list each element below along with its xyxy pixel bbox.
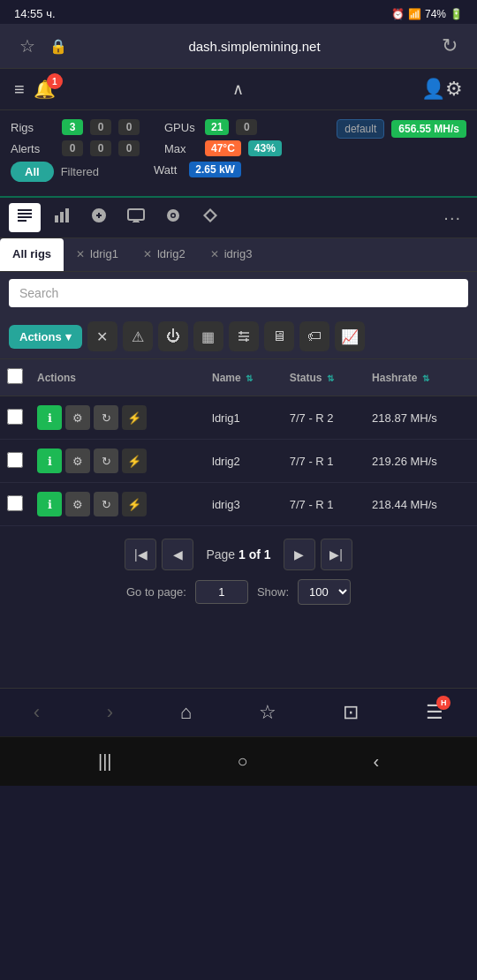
default-badge: default — [337, 119, 384, 139]
row-power-btn-2[interactable]: ⚡ — [122, 492, 147, 516]
status-bar: 14:55 ч. ⏰ 📶 74% 🔋 — [0, 0, 477, 24]
alerts-dark2-badge: 0 — [90, 140, 111, 156]
android-recent-button[interactable]: ||| — [95, 748, 116, 775]
row-info-btn-1[interactable]: ℹ — [37, 449, 62, 473]
bookmark-button[interactable]: ☆ — [248, 697, 287, 727]
close-ldrig1-icon[interactable]: ✕ — [76, 248, 85, 260]
refresh-button[interactable]: ↻ — [436, 33, 463, 59]
row-name-2: idrig3 — [205, 483, 283, 526]
action-chart-button[interactable]: 📈 — [335, 321, 365, 351]
tab-chart-view[interactable] — [46, 203, 78, 232]
android-home-button[interactable]: ○ — [233, 748, 251, 775]
browser-bar: ☆ 🔒 dash.simplemining.net ↻ — [0, 24, 477, 69]
first-page-button[interactable]: |◀ — [125, 539, 156, 570]
android-back-button[interactable]: ‹ — [369, 748, 382, 775]
chevron-up-icon[interactable]: ∧ — [232, 80, 244, 98]
forward-button[interactable]: › — [96, 697, 124, 727]
favorite-icon[interactable]: ☆ — [14, 34, 41, 58]
all-button[interactable]: All — [11, 162, 54, 182]
row-info-btn-2[interactable]: ℹ — [37, 492, 62, 516]
battery-text: 74% — [425, 8, 446, 20]
prev-page-button[interactable]: ◀ — [162, 539, 193, 570]
header-hashrate[interactable]: Hashrate ⇅ — [365, 359, 477, 396]
watt-label: Watt — [154, 163, 177, 177]
menu-button[interactable]: ☰ H — [415, 697, 454, 727]
row-settings-btn-2[interactable]: ⚙ — [65, 492, 90, 516]
row-settings-btn-1[interactable]: ⚙ — [65, 449, 90, 473]
filtered-button[interactable]: Filtered — [61, 165, 99, 178]
stats-panel: Rigs 3 0 0 Alerts 0 0 0 All Filtered GPU… — [0, 110, 477, 198]
tab-add-view[interactable] — [83, 203, 115, 232]
row-actions-cell: ℹ ⚙ ↻ ⚡ — [30, 440, 205, 483]
tab-tag-view[interactable] — [194, 203, 226, 232]
page-text: Page 1 of 1 — [199, 547, 277, 562]
action-power-button[interactable]: ⏻ — [158, 321, 188, 351]
row-status-2: 7/7 - R 1 — [283, 483, 365, 526]
menu-icon[interactable]: ≡ — [14, 79, 25, 100]
action-clear-button[interactable]: ✕ — [87, 321, 117, 351]
alerts-dark3-badge: 0 — [118, 140, 140, 156]
pagination: |◀ ◀ Page 1 of 1 ▶ ▶| Go to page: Show: … — [0, 526, 477, 617]
header-status[interactable]: Status ⇅ — [283, 359, 365, 396]
tab-list-view[interactable] — [9, 203, 41, 232]
lock-icon[interactable]: 🔒 — [44, 36, 72, 57]
tabs-icon: ⊡ — [343, 701, 359, 723]
svg-rect-3 — [18, 220, 26, 222]
close-ldrig2-icon[interactable]: ✕ — [143, 248, 152, 260]
row-checkbox-2[interactable] — [7, 495, 23, 511]
action-monitor-button[interactable]: 🖥 — [264, 321, 294, 351]
last-page-button[interactable]: ▶| — [321, 539, 352, 570]
row-power-btn-0[interactable]: ⚡ — [122, 405, 147, 430]
back-button[interactable]: ‹ — [23, 697, 50, 727]
bell-wrapper[interactable]: 🔔 1 — [34, 79, 56, 100]
rig-tab-ldrig2[interactable]: ✕ ldrig2 — [131, 238, 198, 271]
pagination-options: Go to page: Show: 100 50 25 — [126, 579, 351, 605]
alerts-label: Alerts — [11, 142, 55, 155]
action-tag-button[interactable]: 🏷 — [299, 321, 329, 351]
tabs-button[interactable]: ⊡ — [332, 697, 369, 727]
show-select[interactable]: 100 50 25 — [298, 579, 351, 605]
row-status-0: 7/7 - R 2 — [283, 396, 365, 440]
row-power-btn-1[interactable]: ⚡ — [122, 449, 147, 473]
action-tune-button[interactable] — [229, 321, 259, 351]
row-name-1: ldrig2 — [205, 440, 283, 483]
rigs-green-badge: 3 — [62, 119, 83, 135]
browser-url[interactable]: dash.simplemining.net — [188, 39, 320, 54]
row-info-btn-0[interactable]: ℹ — [37, 405, 62, 430]
action-alert-button[interactable]: ⚠ — [123, 321, 153, 351]
next-page-button[interactable]: ▶ — [284, 539, 315, 570]
row-status-1: 7/7 - R 1 — [283, 440, 365, 483]
sort-name-icon: ⇅ — [246, 373, 253, 383]
tab-settings-view[interactable] — [157, 203, 189, 232]
max-fan-badge: 43% — [248, 140, 282, 156]
search-container — [0, 272, 477, 314]
tab-monitor-view[interactable] — [120, 203, 152, 232]
row-restart-btn-1[interactable]: ↻ — [94, 449, 118, 473]
rig-tab-idrig3[interactable]: ✕ idrig3 — [198, 238, 265, 271]
user-settings-icon[interactable]: 👤⚙ — [421, 78, 463, 101]
close-idrig3-icon[interactable]: ✕ — [210, 248, 219, 260]
row-restart-btn-0[interactable]: ↻ — [94, 405, 118, 430]
row-actions-cell: ℹ ⚙ ↻ ⚡ — [30, 396, 205, 440]
rigs-label: Rigs — [11, 121, 55, 134]
pagination-buttons: |◀ ◀ Page 1 of 1 ▶ ▶| — [125, 539, 352, 570]
actions-bar: Actions ▾ ✕ ⚠ ⏻ ▦ 🖥 🏷 📈 — [0, 314, 477, 359]
row-restart-btn-2[interactable]: ↻ — [94, 492, 118, 516]
row-checkbox-0[interactable] — [7, 409, 23, 425]
search-input[interactable] — [9, 279, 468, 307]
home-button[interactable]: ⌂ — [170, 697, 202, 727]
rig-tab-all[interactable]: All rigs — [0, 238, 64, 271]
watt-badge: 2.65 kW — [189, 162, 241, 177]
rig-tab-ldrig2-label: ldrig2 — [157, 247, 186, 260]
row-settings-btn-0[interactable]: ⚙ — [65, 405, 90, 430]
action-grid-button[interactable]: ▦ — [193, 321, 223, 351]
rig-tab-ldrig1[interactable]: ✕ ldrig1 — [64, 238, 131, 271]
row-checkbox-1[interactable] — [7, 452, 23, 468]
header-name[interactable]: Name ⇅ — [205, 359, 283, 396]
goto-input[interactable] — [195, 580, 248, 604]
actions-button[interactable]: Actions ▾ — [9, 325, 82, 349]
tab-more[interactable]: ··· — [436, 204, 468, 231]
select-all-checkbox[interactable] — [7, 368, 23, 384]
status-icons: ⏰ 📶 74% 🔋 — [391, 8, 463, 20]
svg-rect-2 — [18, 216, 32, 218]
